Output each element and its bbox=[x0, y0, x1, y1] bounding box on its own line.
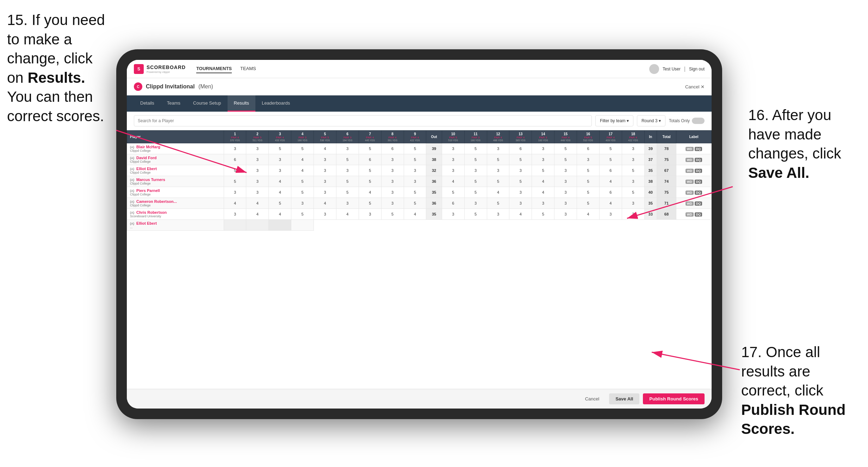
score-h16[interactable]: 5 bbox=[577, 187, 600, 198]
score-h17[interactable]: 3 bbox=[599, 209, 622, 220]
score-h18[interactable]: 3 bbox=[622, 198, 644, 209]
score-h9[interactable]: 5 bbox=[404, 198, 426, 209]
score-h18[interactable]: 5 bbox=[622, 165, 644, 176]
score-h4[interactable]: 4 bbox=[291, 154, 314, 165]
score-h16[interactable]: 3 bbox=[577, 154, 600, 165]
score-h3[interactable]: 5 bbox=[269, 143, 291, 154]
score-h1[interactable]: 4 bbox=[224, 198, 246, 209]
score-h8[interactable]: 3 bbox=[381, 187, 404, 198]
score-h17[interactable]: 5 bbox=[599, 154, 622, 165]
score-h4[interactable]: 5 bbox=[291, 143, 314, 154]
score-h16[interactable]: 5 bbox=[577, 176, 600, 187]
score-h15[interactable]: 3 bbox=[554, 176, 577, 187]
score-h17[interactable]: 4 bbox=[599, 176, 622, 187]
filter-by-team-button[interactable]: Filter by team ▾ bbox=[595, 115, 633, 126]
score-h11[interactable]: 5 bbox=[464, 154, 487, 165]
dq-badge[interactable]: DQ bbox=[695, 212, 702, 217]
tab-results[interactable]: Results bbox=[228, 95, 255, 112]
tab-teams[interactable]: Teams bbox=[161, 95, 187, 112]
score-h15[interactable]: 3 bbox=[554, 198, 577, 209]
score-h18[interactable]: 5 bbox=[622, 187, 644, 198]
score-h11[interactable]: 3 bbox=[464, 165, 487, 176]
score-h17[interactable]: 6 bbox=[599, 165, 622, 176]
score-h3[interactable]: 4 bbox=[269, 176, 291, 187]
score-h15[interactable]: 3 bbox=[554, 187, 577, 198]
score-h13[interactable]: 5 bbox=[509, 176, 532, 187]
score-h6[interactable]: 3 bbox=[336, 198, 359, 209]
score-h13[interactable]: 3 bbox=[509, 165, 532, 176]
nav-teams[interactable]: TEAMS bbox=[240, 64, 256, 73]
score-h15[interactable]: 5 bbox=[554, 154, 577, 165]
score-h2[interactable]: 3 bbox=[246, 165, 269, 176]
wd-badge[interactable]: WD bbox=[686, 169, 694, 173]
score-h6[interactable]: 5 bbox=[336, 154, 359, 165]
score-h1[interactable]: 3 bbox=[224, 143, 246, 154]
score-h18[interactable]: 3 bbox=[622, 154, 644, 165]
score-h4[interactable]: 5 bbox=[291, 176, 314, 187]
score-h15[interactable]: 3 bbox=[554, 209, 577, 220]
score-h5[interactable]: 3 bbox=[314, 209, 336, 220]
score-h14[interactable]: 5 bbox=[532, 209, 554, 220]
score-h1[interactable]: 6 bbox=[224, 154, 246, 165]
score-h13[interactable]: 5 bbox=[509, 154, 532, 165]
score-h14[interactable]: 3 bbox=[532, 154, 554, 165]
wd-badge[interactable]: WD bbox=[686, 191, 694, 195]
score-h1[interactable]: 5 bbox=[224, 165, 246, 176]
score-h18[interactable]: 3 bbox=[622, 209, 644, 220]
score-h8[interactable]: 6 bbox=[381, 143, 404, 154]
score-h15[interactable]: 3 bbox=[554, 165, 577, 176]
round-selector-button[interactable]: Round 3 ▾ bbox=[637, 115, 665, 126]
score-h13[interactable]: 3 bbox=[509, 187, 532, 198]
wd-badge[interactable]: WD bbox=[686, 201, 694, 206]
wd-badge[interactable]: WD bbox=[686, 158, 694, 162]
score-h14[interactable]: 3 bbox=[532, 143, 554, 154]
score-h7[interactable]: 6 bbox=[359, 154, 381, 165]
score-h12[interactable]: 5 bbox=[487, 154, 509, 165]
score-h7[interactable]: 4 bbox=[359, 187, 381, 198]
score-h12[interactable]: 5 bbox=[487, 198, 509, 209]
nav-tournaments[interactable]: TOURNAMENTS bbox=[196, 64, 232, 73]
score-h10[interactable]: 3 bbox=[442, 165, 464, 176]
tab-course-setup[interactable]: Course Setup bbox=[187, 95, 228, 112]
score-h5[interactable]: 4 bbox=[314, 198, 336, 209]
tab-details[interactable]: Details bbox=[134, 95, 161, 112]
score-h11[interactable]: 3 bbox=[464, 198, 487, 209]
score-h16[interactable]: 5 bbox=[577, 198, 600, 209]
score-h2[interactable]: 3 bbox=[246, 143, 269, 154]
score-h17[interactable]: 6 bbox=[599, 187, 622, 198]
score-h16[interactable]: 6 bbox=[577, 143, 600, 154]
score-h2[interactable]: 3 bbox=[246, 187, 269, 198]
dq-badge[interactable]: DQ bbox=[695, 158, 702, 162]
score-h9[interactable]: 4 bbox=[404, 209, 426, 220]
score-h16[interactable]: 5 bbox=[577, 165, 600, 176]
score-h8[interactable]: 3 bbox=[381, 154, 404, 165]
dq-badge[interactable]: DQ bbox=[695, 169, 702, 173]
score-h18[interactable]: 3 bbox=[622, 143, 644, 154]
score-h2[interactable]: 4 bbox=[246, 198, 269, 209]
score-h11[interactable]: 5 bbox=[464, 209, 487, 220]
score-h9[interactable]: 5 bbox=[404, 154, 426, 165]
tab-leaderboards[interactable]: Leaderboards bbox=[255, 95, 296, 112]
score-h9[interactable]: 5 bbox=[404, 143, 426, 154]
score-h13[interactable]: 3 bbox=[509, 198, 532, 209]
score-h12[interactable]: 5 bbox=[487, 176, 509, 187]
score-h8[interactable]: 3 bbox=[381, 176, 404, 187]
score-h5[interactable]: 4 bbox=[314, 143, 336, 154]
wd-badge[interactable]: WD bbox=[686, 147, 694, 151]
score-h10[interactable]: 3 bbox=[442, 209, 464, 220]
score-h5[interactable]: 3 bbox=[314, 154, 336, 165]
score-h10[interactable]: 3 bbox=[442, 143, 464, 154]
score-h4[interactable]: 3 bbox=[291, 198, 314, 209]
score-h8[interactable]: 5 bbox=[381, 209, 404, 220]
score-h6[interactable]: 5 bbox=[336, 176, 359, 187]
dq-badge[interactable]: DQ bbox=[695, 147, 702, 151]
score-h6[interactable]: 3 bbox=[336, 165, 359, 176]
score-h8[interactable]: 3 bbox=[381, 198, 404, 209]
score-h12[interactable]: 3 bbox=[487, 143, 509, 154]
score-h8[interactable]: 3 bbox=[381, 165, 404, 176]
score-h4[interactable]: 5 bbox=[291, 209, 314, 220]
score-h14[interactable]: 4 bbox=[532, 176, 554, 187]
score-h3[interactable]: 4 bbox=[269, 209, 291, 220]
score-h7[interactable]: 5 bbox=[359, 198, 381, 209]
score-h5[interactable]: 3 bbox=[314, 176, 336, 187]
